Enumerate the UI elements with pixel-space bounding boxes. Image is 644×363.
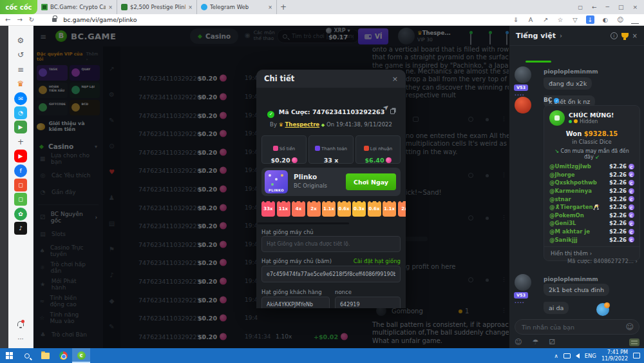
rail-icon[interactable]: ▶ <box>14 150 27 162</box>
action-center-icon[interactable] <box>633 353 640 358</box>
winner-username[interactable]: @Qxskhpothwb <box>549 179 597 186</box>
rail-icon[interactable]: ✉ <box>14 92 27 105</box>
scrollbar[interactable] <box>258 222 349 224</box>
coccoc-logo[interactable]: cốc cốc <box>0 0 37 14</box>
user-avatar[interactable] <box>515 274 531 291</box>
network-icon[interactable] <box>564 353 571 358</box>
rain-winner-row: @PokemOn $2.26 <box>549 211 634 220</box>
reopen-tab-icon[interactable]: ← <box>592 4 597 10</box>
close-button[interactable]: × <box>632 4 638 10</box>
more-menu-icon[interactable]: ··· <box>14 332 27 345</box>
browser-tab[interactable]: Telegram Web × <box>197 0 277 14</box>
rail-icon[interactable]: ✿ <box>14 208 27 221</box>
language-indicator[interactable]: ENG <box>585 353 596 359</box>
browser-tab[interactable]: BC.Game: Crypto Casino Ga × <box>37 0 117 14</box>
chat-username[interactable]: BC✓ <box>544 97 559 103</box>
player-link[interactable]: Thespectre <box>285 121 320 128</box>
seed-settings-link[interactable]: Cài đặt hạt giống <box>354 258 401 264</box>
server-seed-input[interactable] <box>261 236 401 252</box>
winner-username[interactable]: @Karmeninya <box>549 188 592 194</box>
trophy-icon[interactable] <box>621 33 629 38</box>
game-card[interactable]: PLINKO Plinko BC Originals Chơi Ngay <box>261 168 401 196</box>
toolbar-icon[interactable]: ☺ <box>616 16 624 23</box>
browser-tab[interactable]: $2,500 Prestige Plinko Chall × <box>117 0 197 14</box>
chat-input-box[interactable]: ☺ <box>515 319 639 335</box>
rail-icon[interactable]: ◻ <box>14 179 27 191</box>
bet-code-link[interactable]: Mã cược: 8408627272... › <box>567 258 638 264</box>
copy-icon[interactable] <box>390 109 395 114</box>
toolbar-icon[interactable]: A <box>527 16 535 23</box>
maximize-button[interactable]: □ <box>618 4 624 10</box>
keyboard-icon[interactable] <box>629 338 639 346</box>
tab-close-icon[interactable]: × <box>188 5 193 10</box>
winner-amount: $2.26 <box>609 204 627 210</box>
chat-username[interactable]: pioplopleminmm <box>544 276 598 282</box>
reload-icon[interactable]: ↻ <box>29 16 34 23</box>
minimize-button[interactable]: ─ <box>606 4 609 10</box>
file-explorer-icon[interactable] <box>36 348 54 363</box>
rail-icon[interactable]: ⚙ <box>14 34 27 47</box>
back-icon[interactable]: ← <box>5 16 10 23</box>
screen-capture-icon[interactable]: ▢ <box>578 5 583 10</box>
play-now-button[interactable]: Chơi Ngay <box>346 173 396 190</box>
volume-icon[interactable] <box>576 353 580 358</box>
bcd-coin-icon <box>629 229 634 235</box>
taskbar-clock[interactable]: 7:41 PM 11/9/2022 <box>601 349 628 362</box>
rail-icon[interactable]: ◔ <box>14 106 27 119</box>
close-icon[interactable]: × <box>392 75 398 83</box>
chat-input[interactable] <box>520 323 625 331</box>
emoji-picker-icon[interactable]: ☺ <box>625 322 634 331</box>
winner-amount: $2.26 <box>609 237 627 243</box>
rail-icon[interactable]: ♪ <box>14 222 27 235</box>
winner-username[interactable]: @M akhtar je <box>549 228 590 235</box>
notifications-bell-icon[interactable] <box>14 317 27 330</box>
winner-username[interactable]: @Sanikjjj <box>549 237 578 243</box>
rain-feature-icon[interactable]: ☂ <box>532 338 538 346</box>
forward-icon[interactable]: → <box>17 16 22 23</box>
toolbar-icon[interactable]: ⇓ <box>512 16 520 23</box>
start-button[interactable] <box>0 348 18 363</box>
lock-icon[interactable] <box>52 18 57 22</box>
rail-icon[interactable]: ▶ <box>14 121 27 133</box>
server-seed-hash-input[interactable] <box>261 266 401 282</box>
toolbar-icon[interactable]: ◐ <box>601 16 609 23</box>
user-avatar[interactable] <box>515 66 531 83</box>
winner-username[interactable]: @🎗Tiergarten🥂 <box>549 204 600 210</box>
winner-username[interactable]: @Umitlzgjlwb <box>549 163 591 170</box>
chat-close-icon[interactable]: × <box>632 32 638 39</box>
winner-username[interactable]: @Geni3L <box>549 220 576 226</box>
info-icon[interactable]: i <box>611 32 618 39</box>
rail-icon[interactable]: ♛ <box>14 77 27 90</box>
tray-chevron-icon[interactable]: ∧ <box>554 353 558 359</box>
tab-close-icon[interactable]: × <box>268 5 272 10</box>
dice-icon[interactable]: ⚂ <box>549 338 555 346</box>
rail-icon[interactable]: f <box>14 164 27 177</box>
toolbar-icon[interactable]: ↗ <box>542 16 549 23</box>
toolbar-icon[interactable]: ☆ <box>556 16 564 23</box>
stat-amount: Số tiền $0.20 <box>261 135 307 164</box>
taskbar-search-icon[interactable] <box>18 348 36 363</box>
winner-username[interactable]: @Jhorge <box>549 172 575 178</box>
toolbar-icon[interactable]: ▽ <box>571 16 579 23</box>
rail-icon[interactable]: ≡ <box>14 63 27 76</box>
chrome-icon[interactable] <box>54 348 72 363</box>
multiplier-strip[interactable]: 33x 11x 4x 2x 1.1x 0.6x 0.3x 0.6x 1.1x <box>261 201 406 217</box>
bc-bot-avatar[interactable] <box>515 97 531 113</box>
coccoc-taskbar-icon[interactable]: c <box>72 348 90 363</box>
url-text[interactable]: bc.game/vi/game/plinko <box>63 16 137 23</box>
verified-check-icon: ✓ <box>267 111 274 118</box>
rail-icon[interactable]: + <box>14 135 27 148</box>
winner-username[interactable]: @stnar <box>549 196 571 202</box>
chat-username[interactable]: pioplopleminmm <box>544 68 598 75</box>
rail-icon[interactable]: ◻ <box>14 193 27 206</box>
emote-icon[interactable]: ☺ <box>515 338 522 346</box>
toolbar-icon[interactable]: ↓ <box>586 15 594 24</box>
nonce-input[interactable] <box>335 297 401 308</box>
rail-icon[interactable]: ↺ <box>14 48 27 61</box>
client-seed-input[interactable] <box>261 297 330 308</box>
winner-username[interactable]: @PokemOn <box>549 212 584 219</box>
new-tab-button[interactable]: + <box>277 0 290 14</box>
chat-language[interactable]: Tiếng việt <box>516 32 556 40</box>
toolbar-icon[interactable]: ↓ <box>631 16 639 24</box>
tab-close-icon[interactable]: × <box>108 5 113 10</box>
